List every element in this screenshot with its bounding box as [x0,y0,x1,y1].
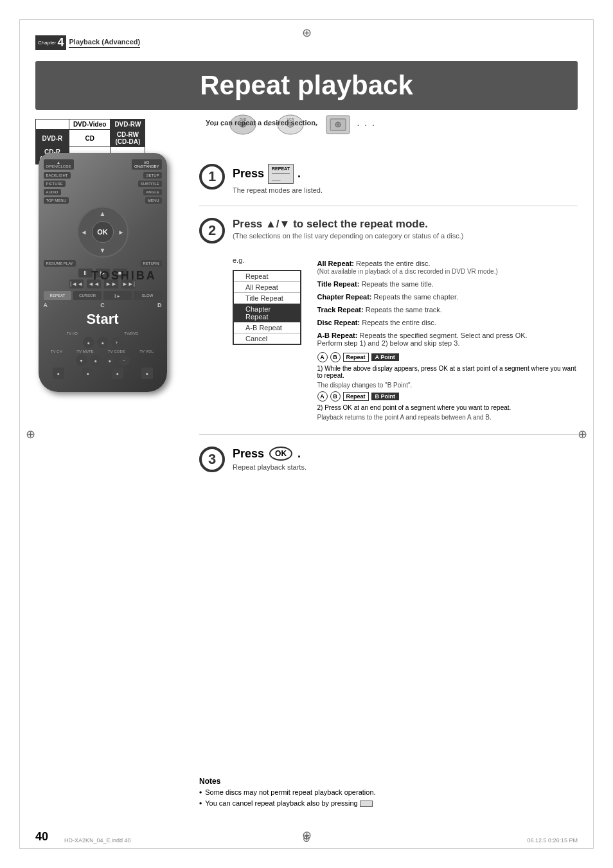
svg-point-11 [337,124,339,126]
nav-up-arrow: ▲ [100,210,106,217]
slow-button[interactable]: SLOW [134,291,162,300]
ab-circle-b: B [330,352,341,362]
step-3-period: . [298,447,301,461]
menu-item-ab-repeat: A-B Repeat [234,323,300,333]
tv-code-label: TV CODE [108,350,125,353]
resume-play-button[interactable]: RESUME PLAY [44,260,76,267]
setup-button[interactable]: SETUP [143,172,161,179]
ok-button[interactable]: OK [92,221,114,243]
ok-button-icon: OK [269,447,292,461]
menu-item-cancel: Cancel [234,333,300,344]
bullet-2: • [199,799,202,808]
chapter-title: Playback (Advanced) [69,38,140,48]
tv-btn-row2: ▼ ● ● − [44,355,162,366]
abcd-row: A C D [44,302,162,308]
tv-extra-btn1[interactable]: ● [53,368,64,379]
tv-mute-label: TV MUTE [76,350,93,353]
tv-labels2: TV CH TV MUTE TV CODE TV VOL. [44,350,162,353]
top-menu-button[interactable]: TOP MENU [44,197,69,204]
backlight-button[interactable]: BACKLIGHT [44,172,71,179]
tv-extra-btn4[interactable]: ● [141,368,153,379]
desc-title-repeat-label: Title Repeat: [317,280,362,288]
subtitle-button[interactable]: SUBTITLE [138,181,162,187]
tv-io-label: TV I/O [67,332,78,335]
ab-repeat-badge2: Repeat [343,392,369,401]
menu-item-chapter-repeat: Chapter Repeat [234,304,300,323]
menu-button[interactable]: MENU [145,197,162,204]
desc-chapter-repeat: Chapter Repeat: Repeats the same chapter… [317,293,578,301]
reg-mark-right: ⊕ [578,427,587,441]
tv-io-button[interactable]: ● [83,337,94,348]
display-button[interactable]: ● [90,355,102,366]
note-item-1: • Some discs may not permit repeat playb… [199,788,578,797]
open-close-button[interactable]: ▲OPEN/CLOSE [44,159,74,170]
step-3-circle: 3 [199,447,225,472]
picture-button[interactable]: PICTURE [44,181,66,187]
eg-label: e.g. [233,256,301,264]
tv-dvd-button[interactable]: ● [97,337,109,348]
menu-row: TOP MENU MENU [44,197,162,204]
step-1: 1 Press REPEAT ___ . The repeat modes ar… [199,164,578,200]
desc-all-repeat-sub: (Not available in playback of a disc rec… [317,268,498,275]
tv-ch-label: TV CH [51,350,62,353]
audio-button[interactable]: AUDIO [44,189,61,195]
step-2-header: 2 Press ▲/▼ to select the repeat mode. (… [199,218,578,244]
step-1-circle: 1 [199,164,225,190]
return-button[interactable]: RETURN [141,260,162,267]
compat-cell [36,120,69,130]
desc-track-repeat-text: Repeats the same track. [366,306,442,314]
compat-cell-cd: CD [69,130,111,147]
compat-cell-dvd-r: DVD-R [36,130,69,147]
cursor-button[interactable]: CURSOR [73,291,102,300]
tv-vol-label: TV VOL. [139,350,154,353]
ab-a-point: A Point [371,353,399,361]
note-text-1: Some discs may not permit repeat playbac… [205,788,375,797]
pause-button[interactable]: ⏸ [78,269,93,278]
step-2-title-area: Press ▲/▼ to select the repeat mode. (Th… [233,218,464,240]
frame-advance-button[interactable]: ‖► [103,291,132,300]
remote-top-buttons: ▲OPEN/CLOSE I/OON/STANDBY [44,159,162,170]
toshiba-logo: TOSHIBA [91,269,157,283]
tv-labels: TV I/O TV/DVD [44,332,162,335]
reg-mark-left: ⊕ [26,427,35,441]
step-3-title-row: Press OK . [233,447,578,461]
menu-item-title-repeat: Title Repeat [234,293,300,304]
vol-plus-button[interactable]: + [111,337,123,348]
ab-repeat-badge: Repeat [343,353,369,362]
step-divider-1 [199,206,578,206]
tv-extra-btn2[interactable]: ● [82,368,94,379]
desc-disc-repeat-label: Disc Repeat: [317,319,362,326]
desc-all-repeat-label: All Repeat: [317,260,357,267]
tv-section: TV I/O TV/DVD ● ● + TV CH TV MUTE TV COD… [44,332,162,379]
vol-minus-button[interactable]: − [118,355,130,366]
desc-all-repeat: All Repeat: Repeats the entire disc. (No… [317,260,578,275]
footer-date: 06.12.5 0:26:15 PM [527,837,578,844]
dimmer-button[interactable]: ● [104,355,116,366]
menu-item-all-repeat: All Repeat [234,282,300,293]
ab-bar-a: A B Repeat A Point [317,352,578,362]
prev-chapter-button[interactable]: |◄◄ [69,279,84,288]
on-standby-button[interactable]: I/OON/STANDBY [132,159,162,170]
chapter-badge: Chapter 4 [35,35,66,50]
nav-ring-outer: ▲ ▼ ◄ ► OK [77,206,129,258]
repeat-menu: Repeat All Repeat Title Repeat Chapter R… [233,270,301,345]
step-3: 3 Press OK . Repeat playback starts. [199,440,578,479]
ab-bar-b: A B Repeat B Point [317,391,578,402]
step-2-circle: 2 [199,218,225,244]
step-2-title: Press ▲/▼ to select the repeat mode. [233,218,464,231]
step-2-descriptions: All Repeat: Repeats the entire disc. (No… [317,260,578,423]
ab-step2-note: Playback returns to the point A and repe… [317,414,578,421]
repeat-key-icon: REPEAT ___ [268,164,294,184]
notes-area: Notes • Some discs may not permit repeat… [199,777,578,810]
tv-extra-btn3[interactable]: ● [112,368,123,379]
page-border-bottom [19,848,594,849]
dots-right: · · · [357,120,375,130]
page-number: 40 [35,830,48,844]
repeat-button[interactable]: REPEAT [44,291,72,300]
footer-reg-mark: ⊕ [303,833,310,844]
backlight-setup-row: BACKLIGHT SETUP [44,172,162,179]
chapter-number: 4 [57,36,64,49]
angle-button[interactable]: ANGLE [143,189,161,195]
tv-ch-down-button[interactable]: ▼ [76,355,87,366]
ab-circle-b2: B [330,391,341,402]
